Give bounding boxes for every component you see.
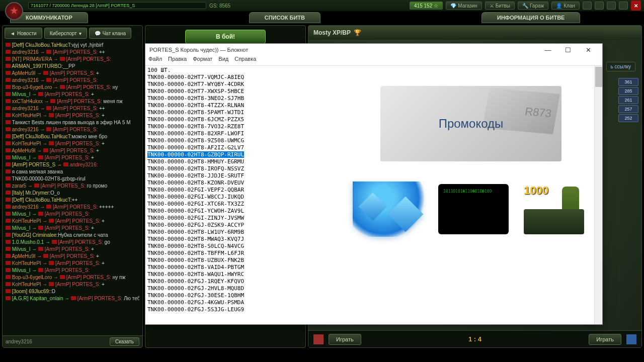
notepad-menu: ФайлПравкаФорматВидСправка (145, 56, 602, 66)
menu-Правка[interactable]: Правка (168, 56, 187, 65)
loot-image: 1000 (519, 182, 589, 237)
settings-icon[interactable] (595, 2, 604, 10)
say-button[interactable]: Сказать (110, 337, 139, 346)
chat-panel: ◄ Новости Киберспорт ▾ 💬 Чат клана [Deff… (2, 25, 143, 348)
copy-link-button[interactable]: ь ссылку (606, 62, 636, 71)
promo-label: Промокоды (439, 117, 504, 131)
team-red-icon (313, 334, 324, 344)
maximize-button[interactable]: ☐ (558, 44, 578, 55)
to-battle-button[interactable]: В бой! (185, 30, 266, 44)
play-red-button[interactable]: Играть (329, 334, 361, 345)
score-display: 1 : 4 (468, 335, 481, 343)
garage-button[interactable]: 🔧Гараж (518, 2, 548, 10)
promo-banner: R873 Промокоды (380, 86, 561, 161)
battle-title: Mosty XP/BP 🏆 (308, 26, 641, 40)
tab-battle-list[interactable]: СПИСОК БИТВ (249, 12, 320, 23)
notepad-scrollbar[interactable] (594, 66, 602, 324)
shop-button[interactable]: 💎Магазин (446, 2, 482, 10)
notepad-text[interactable]: 100 ШТ. TNK00-00000-02HT7-VQMJC-A8IEQ TN… (145, 66, 348, 324)
tab-battle-info[interactable]: ИНФОРМАЦИЯ О БИТВЕ (481, 12, 580, 23)
notepad-window: PORTES_S Король чудес)) — Блокнот — ☐ ✕ … (145, 43, 603, 325)
chat-log: [Deff] CkuJloBou.TaHkucT:vjyj vyt ,hjnbi… (3, 41, 142, 335)
play-blue-button[interactable]: Играть (589, 334, 621, 345)
menu-Справка[interactable]: Справка (234, 56, 256, 65)
minimize-button[interactable]: — (538, 44, 558, 55)
battles-button[interactable]: ⚔Битвы (485, 2, 515, 10)
close-notepad-button[interactable]: ✕ (578, 44, 598, 55)
team-blue-icon (626, 334, 636, 344)
top-bar: 7161077 / 7200000 Легенда 28 [ArmP] PORT… (0, 0, 644, 11)
chat-username: andrey3216 (6, 339, 32, 344)
tab-row: КОММУНИКАТОР СПИСОК БИТВ ИНФОРМАЦИЯ О БИ… (0, 11, 644, 23)
close-button[interactable]: ✕ (631, 1, 641, 11)
credits-display[interactable]: 415 152☆ (410, 2, 443, 10)
gs-label: GS: 8565 (209, 3, 230, 9)
notepad-titlebar[interactable]: PORTES_S Король чудес)) — Блокнот — ☐ ✕ (145, 44, 602, 56)
promo-images-area: R873 Промокоды 1000 (348, 66, 594, 324)
menu-Файл[interactable]: Файл (148, 56, 162, 65)
crystal-image (353, 182, 428, 237)
menu-Вид[interactable]: Вид (218, 56, 228, 65)
star-icon[interactable] (583, 2, 592, 10)
fullscreen-icon[interactable] (607, 2, 616, 10)
exp-bar: 7161077 / 7200000 Легенда 28 [ArmP] PORT… (28, 2, 206, 9)
matrix-image (438, 184, 509, 234)
help-icon[interactable] (619, 2, 628, 10)
play-bar: Играть 1 : 4 Играть (308, 330, 641, 347)
menu-Формат[interactable]: Формат (193, 56, 212, 65)
news-button[interactable]: ◄ Новости (5, 28, 42, 39)
esport-button[interactable]: Киберспорт ▾ (44, 28, 87, 39)
stats-column: 361285261257252 (618, 77, 638, 123)
clan-button[interactable]: 👤Клан (551, 2, 580, 10)
game-logo (5, 2, 23, 20)
loot-number: 1000 (524, 184, 548, 197)
chat-input-bar: andrey3216 Сказать (3, 335, 142, 347)
clan-chat-button[interactable]: 💬 Чат клана (89, 28, 131, 39)
